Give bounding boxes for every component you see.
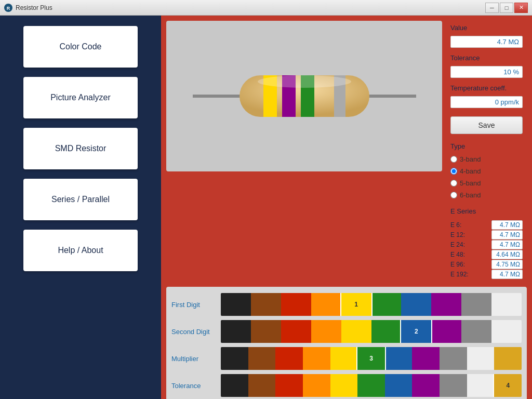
eseries-row: E 6: 4.7 MΩ	[450, 220, 523, 230]
picture-analyzer-button[interactable]: Picture Analyzer	[23, 77, 138, 118]
type-5band-radio[interactable]	[450, 180, 457, 187]
color-segment[interactable]	[330, 374, 358, 397]
band-colors: 4	[221, 374, 522, 397]
series-parallel-button[interactable]: Series / Parallel	[23, 179, 138, 220]
color-segment[interactable]	[431, 293, 461, 316]
color-segment[interactable]	[494, 347, 522, 370]
color-segment[interactable]	[357, 374, 385, 397]
color-code-button[interactable]: Color Code	[23, 26, 138, 68]
eseries-name: E 24:	[450, 241, 471, 248]
color-segment[interactable]	[303, 374, 330, 397]
color-segment[interactable]	[412, 347, 440, 370]
smd-resistor-button[interactable]: SMD Resistor	[23, 128, 138, 169]
temp-coeff-label: Temperature coeff.	[450, 84, 523, 92]
eseries-row: E 192: 4.7 MΩ	[450, 270, 523, 279]
restore-button[interactable]: □	[500, 3, 513, 13]
app-icon: R	[4, 4, 12, 12]
color-segment[interactable]	[248, 347, 276, 370]
band-label: Multiplier	[171, 355, 221, 363]
color-segment[interactable]	[385, 374, 413, 397]
eseries-value: 4.7 MΩ	[491, 220, 523, 230]
titlebar: R Resistor Plus ─ □ ✕	[0, 0, 532, 16]
type-6band-radio[interactable]	[450, 192, 457, 198]
titlebar-left: R Resistor Plus	[4, 4, 52, 12]
color-segment[interactable]: 1	[341, 293, 371, 316]
color-segment[interactable]	[311, 320, 341, 343]
type-label: Type	[450, 142, 523, 150]
save-button[interactable]: Save	[450, 116, 523, 134]
help-about-button[interactable]: Help / About	[23, 230, 138, 271]
value-label: Value	[450, 24, 523, 32]
eseries-name: E 6:	[450, 221, 471, 229]
color-segment[interactable]	[330, 347, 358, 370]
color-segment[interactable]	[341, 320, 371, 343]
color-segment[interactable]	[371, 293, 402, 316]
color-segment[interactable]	[371, 320, 402, 343]
color-segment[interactable]: 3	[357, 347, 385, 370]
eseries-name: E 192:	[450, 271, 471, 278]
window-controls: ─ □ ✕	[485, 3, 528, 13]
type-3band-row: 3-band	[450, 155, 523, 163]
eseries-name: E 48:	[450, 251, 471, 258]
type-4band-row: 4-band	[450, 167, 523, 175]
color-segment[interactable]	[461, 320, 491, 343]
minimize-button[interactable]: ─	[485, 3, 499, 13]
color-segment[interactable]	[401, 293, 431, 316]
band-colors: 3	[221, 347, 522, 370]
color-segment[interactable]	[248, 374, 276, 397]
color-segment[interactable]	[221, 374, 248, 397]
color-segment[interactable]	[385, 347, 413, 370]
band-row: Second Digit2	[171, 318, 522, 345]
color-segment[interactable]	[281, 320, 311, 343]
color-segment[interactable]	[303, 347, 330, 370]
eseries-value: 4.7 MΩ	[491, 230, 523, 240]
close-button[interactable]: ✕	[514, 3, 528, 13]
color-segment[interactable]	[491, 320, 522, 343]
type-5band-label: 5-band	[460, 179, 481, 187]
eseries-row: E 12: 4.7 MΩ	[450, 230, 523, 240]
color-segment[interactable]: 2	[401, 320, 431, 343]
color-segment[interactable]	[491, 293, 522, 316]
type-4band-label: 4-band	[460, 167, 481, 175]
eseries-value: 4.64 MΩ	[491, 250, 523, 259]
eseries-value: 4.7 MΩ	[491, 240, 523, 249]
sidebar: Color Code Picture Analyzer SMD Resistor…	[0, 16, 161, 399]
color-segment[interactable]	[221, 320, 251, 343]
eseries-row: E 24: 4.7 MΩ	[450, 240, 523, 249]
color-segment[interactable]	[461, 293, 491, 316]
color-segment[interactable]	[440, 374, 467, 397]
tolerance-label: Tolerance	[450, 54, 523, 62]
color-segment[interactable]	[467, 347, 495, 370]
band-label: Second Digit	[171, 328, 221, 336]
eseries-name: E 12:	[450, 231, 471, 238]
color-segment[interactable]	[281, 293, 311, 316]
color-bands-panel: First Digit1Second Digit2Multiplier3Tole…	[166, 287, 527, 399]
eseries-list: E 6: 4.7 MΩ E 12: 4.7 MΩ E 24: 4.7 MΩ E …	[450, 220, 523, 280]
svg-point-10	[258, 75, 351, 88]
color-segment[interactable]	[221, 293, 251, 316]
color-segment[interactable]	[431, 320, 461, 343]
color-segment[interactable]	[440, 347, 467, 370]
value-field[interactable]: 4.7 MΩ	[450, 36, 523, 48]
temp-coeff-field[interactable]: 0 ppm/k	[450, 96, 523, 108]
eseries-value: 4.7 MΩ	[491, 270, 523, 279]
color-segment[interactable]	[467, 374, 495, 397]
tolerance-field[interactable]: 10 %	[450, 66, 523, 78]
type-3band-label: 3-band	[460, 155, 481, 163]
color-segment[interactable]	[251, 320, 281, 343]
color-segment[interactable]	[251, 293, 281, 316]
color-segment[interactable]	[275, 347, 303, 370]
main-layout: Color Code Picture Analyzer SMD Resistor…	[0, 16, 532, 399]
band-colors: 2	[221, 320, 522, 343]
color-segment[interactable]	[221, 347, 248, 370]
color-segment[interactable]	[412, 374, 440, 397]
color-segment[interactable]	[311, 293, 341, 316]
color-segment[interactable]	[275, 374, 303, 397]
band-label: First Digit	[171, 301, 221, 309]
eseries-row: E 96: 4.75 MΩ	[450, 260, 523, 269]
band-row: Tolerance4	[171, 372, 522, 399]
type-3band-radio[interactable]	[450, 156, 457, 163]
color-segment[interactable]: 4	[494, 374, 522, 397]
eseries-value: 4.75 MΩ	[491, 260, 523, 269]
type-4band-radio[interactable]	[450, 168, 457, 175]
